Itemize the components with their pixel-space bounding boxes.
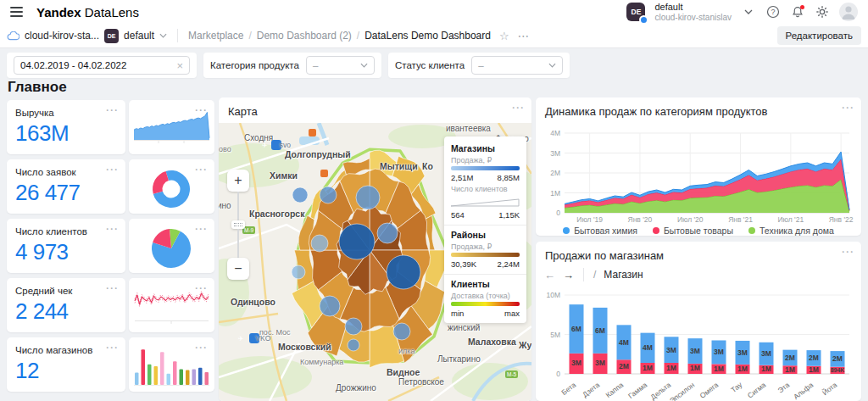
map-town-label: Ко bbox=[422, 161, 433, 171]
map-town-label: Коммунарка bbox=[300, 358, 343, 366]
svg-text:1M: 1M bbox=[643, 364, 653, 372]
svg-text:Эпсилон: Эпсилон bbox=[668, 381, 696, 401]
legend-item[interactable]: Бытовые товары bbox=[653, 226, 733, 236]
map-widget: Карта ⋯ ковоСходняДолгопрудныйМытищиКоив… bbox=[219, 97, 531, 401]
breadcrumb: Marketplace/Demo Dashboard (2)/DataLens … bbox=[188, 30, 491, 42]
map-town-label: илка bbox=[398, 347, 415, 355]
svg-text:0: 0 bbox=[556, 370, 560, 378]
map-town-label: Одинцово bbox=[231, 297, 275, 307]
svg-text:10M: 10M bbox=[546, 291, 560, 299]
user-avatar[interactable] bbox=[839, 3, 858, 21]
shops-stacked-bar-chart: 10M5M06M3MБета6M3MДзета4M2MКаппа4M1MГамм… bbox=[542, 282, 854, 401]
widget-menu-icon[interactable]: ⋯ bbox=[841, 101, 854, 114]
legend-customers-metric: Доставка (точка) bbox=[451, 292, 520, 300]
zoom-out-button[interactable]: − bbox=[227, 258, 249, 280]
logo-datalens: DataLens bbox=[85, 5, 139, 19]
shops-chart-widget: Продажи по магазинам ⋯ ← → / Магазин 10M… bbox=[536, 242, 861, 401]
svg-text:1M: 1M bbox=[666, 364, 676, 372]
legend-clients-min: 564 bbox=[451, 210, 465, 220]
map-town-label: Лыткарино bbox=[437, 354, 481, 364]
dynamics-chart-widget: Динамика продаж по категориям продуктов … bbox=[536, 97, 861, 236]
svg-text:?: ? bbox=[771, 8, 775, 16]
more-menu-icon[interactable]: ⋯ bbox=[518, 29, 530, 42]
drill-back-icon[interactable]: ← bbox=[544, 269, 555, 281]
zoom-slider-track[interactable] bbox=[237, 192, 239, 220]
zoom-in-button[interactable]: + bbox=[227, 170, 249, 192]
svg-text:3M: 3M bbox=[714, 348, 724, 356]
help-icon[interactable]: ? bbox=[765, 4, 781, 19]
legend-clients-max: 1,15K bbox=[498, 210, 520, 220]
zoom-slider-handle[interactable] bbox=[231, 220, 245, 229]
status-select[interactable]: – bbox=[471, 56, 563, 75]
widget-menu-icon[interactable]: ⋯ bbox=[105, 163, 118, 175]
clear-icon[interactable]: × bbox=[176, 60, 183, 71]
widget-menu-icon[interactable]: ⋯ bbox=[105, 281, 118, 294]
kpi-value: 4 973 bbox=[7, 237, 125, 265]
zoom-slider-track[interactable] bbox=[237, 229, 239, 258]
rail-station-icon bbox=[320, 170, 328, 177]
svg-text:Гамма: Гамма bbox=[626, 381, 648, 401]
map-town-label: Сходня bbox=[244, 133, 273, 142]
svg-text:4M: 4M bbox=[619, 338, 629, 347]
kpi-mini-chart bbox=[132, 164, 211, 212]
legend-label: Бытовая химия bbox=[574, 226, 637, 236]
divider bbox=[177, 29, 178, 42]
section-title: Главное bbox=[8, 79, 67, 96]
favorite-star-icon[interactable]: ☆ bbox=[499, 30, 509, 42]
widget-menu-icon[interactable]: ⋯ bbox=[105, 222, 118, 235]
widget-menu-icon[interactable]: ⋯ bbox=[105, 341, 118, 354]
svg-text:Альфа: Альфа bbox=[792, 381, 815, 401]
account-org: cloud-kirov-stanislav bbox=[654, 13, 732, 22]
svg-text:Июл '21: Июл '21 bbox=[777, 215, 804, 224]
svg-text:2M: 2M bbox=[832, 354, 843, 363]
settings-gear-icon[interactable] bbox=[815, 4, 830, 19]
edit-button[interactable]: Редактировать bbox=[777, 26, 861, 45]
shops-chart-title: Продажи по магазинам bbox=[536, 242, 861, 262]
svg-text:1M: 1M bbox=[737, 365, 748, 373]
legend-dot bbox=[653, 227, 659, 234]
category-select[interactable]: – bbox=[306, 56, 375, 75]
date-range-input[interactable]: 04.02.2019 - 04.02.2022 × bbox=[14, 56, 190, 75]
category-filter-card: Категория продукта – bbox=[203, 53, 381, 78]
chevron-down-icon[interactable] bbox=[741, 4, 756, 19]
kpi-mini-chart-card: ⋯ bbox=[129, 278, 214, 332]
svg-text:1M: 1M bbox=[690, 364, 700, 372]
svg-text:Дзета: Дзета bbox=[581, 381, 601, 399]
legend-item[interactable]: Техника для дома bbox=[748, 226, 834, 236]
map-town-label: Красногорск bbox=[249, 209, 304, 219]
legend-districts-gradient bbox=[451, 253, 520, 257]
folder-badge: DE bbox=[104, 29, 119, 43]
legend-customers-gradient bbox=[451, 302, 520, 306]
drill-forward-icon[interactable]: → bbox=[563, 269, 574, 281]
widget-menu-icon[interactable]: ⋯ bbox=[511, 101, 524, 114]
drill-level-label[interactable]: Магазин bbox=[604, 269, 643, 281]
svg-text:Июл '19: Июл '19 bbox=[576, 215, 603, 224]
map-town-label: Малаховка bbox=[468, 337, 516, 347]
svg-text:1M: 1M bbox=[714, 365, 724, 373]
svg-text:2M: 2M bbox=[619, 362, 629, 370]
menu-icon[interactable] bbox=[10, 7, 23, 17]
legend-item[interactable]: Бытовая химия bbox=[563, 226, 637, 236]
svg-text:3M: 3M bbox=[761, 349, 771, 358]
legend-clients-metric: Число клиентов bbox=[451, 185, 520, 193]
cloud-folder-switcher[interactable]: cloud-kirov-sta... DE default bbox=[7, 29, 167, 43]
kpi-mini-chart bbox=[132, 224, 211, 271]
kpi-card: Средний чек2 244⋯ bbox=[7, 278, 125, 332]
notifications-bell-icon[interactable] bbox=[790, 4, 805, 19]
widget-menu-icon[interactable]: ⋯ bbox=[841, 245, 854, 258]
breadcrumb-item[interactable]: DataLens Demo Dashboard bbox=[364, 30, 491, 42]
road-shield-icon: М-5 bbox=[505, 370, 518, 378]
svg-text:Янв '22: Янв '22 bbox=[829, 215, 854, 224]
svg-text:2M: 2M bbox=[809, 354, 819, 362]
dynamics-chart-legend: Бытовая химияБытовые товарыТехника для д… bbox=[536, 226, 861, 236]
legend-shops-metric: Продажа, ₽ bbox=[451, 156, 520, 164]
breadcrumb-item[interactable]: Marketplace bbox=[188, 30, 243, 42]
legend-shops-min: 2,51M bbox=[451, 173, 473, 182]
breadcrumb-item[interactable]: Demo Dashboard (2) bbox=[257, 30, 352, 42]
map-canvas[interactable]: ковоСходняДолгопрудныйМытищиКоивантеевка… bbox=[219, 123, 531, 401]
user-avatar-badge[interactable]: DE bbox=[626, 3, 645, 21]
widget-menu-icon[interactable]: ⋯ bbox=[105, 103, 118, 116]
drilldown-nav: ← → / Магазин bbox=[536, 262, 861, 281]
account-switcher[interactable]: default cloud-kirov-stanislav bbox=[654, 2, 732, 21]
app-logo[interactable]: Yandex DataLens bbox=[36, 5, 139, 19]
